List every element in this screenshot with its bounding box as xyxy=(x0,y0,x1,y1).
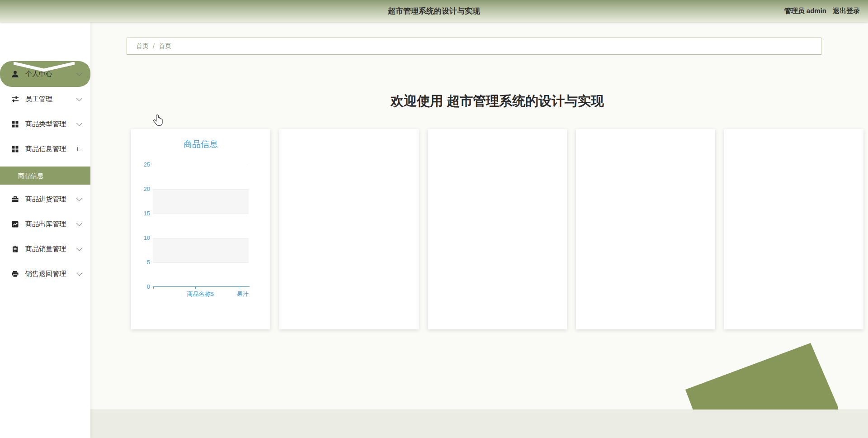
sidebar-item-employee-mgmt[interactable]: 员工管理 xyxy=(0,87,90,112)
sidebar-item-sales-return-mgmt[interactable]: 销售退回管理 xyxy=(0,262,90,286)
chart-card-product-info: 商品信息 2520151050商品名称$果汁 xyxy=(131,129,270,329)
sliders-icon xyxy=(11,95,19,103)
chart-gridline xyxy=(153,165,249,165)
green-decoration-shape xyxy=(683,339,850,412)
grid-icon xyxy=(11,120,19,128)
app-header: 超市管理系统的设计与实现 管理员 admin 退出登录 xyxy=(0,0,868,22)
y-axis-tick-label: 10 xyxy=(132,234,150,241)
sidebar-menu: 个人中心员工管理商品类型管理商品信息管理商品信息商品进货管理商品出库管理商品销量… xyxy=(0,61,90,286)
x-axis-category-label: 果汁 xyxy=(237,290,249,298)
chevron-down-icon xyxy=(76,120,82,126)
sidebar-item-product-type-mgmt[interactable]: 商品类型管理 xyxy=(0,112,90,137)
x-axis-category-label: 商品名称$ xyxy=(187,290,213,298)
printer-icon xyxy=(11,270,19,278)
dashboard-cards-row: 商品信息 2520151050商品名称$果汁 xyxy=(131,129,863,329)
chart-gridline xyxy=(153,238,249,238)
chevron-down-icon xyxy=(76,195,82,201)
briefcase-icon xyxy=(11,195,19,203)
x-axis-tick xyxy=(153,287,154,289)
mouse-cursor-icon xyxy=(153,114,164,128)
chart-gridline xyxy=(153,214,249,214)
y-axis-tick-label: 0 xyxy=(132,283,150,290)
sidebar-item-outbound-mgmt[interactable]: 商品出库管理 xyxy=(0,212,90,237)
sidebar-item-label: 商品信息管理 xyxy=(25,145,77,153)
sidebar-item-label: 商品销量管理 xyxy=(25,245,77,253)
chevron-down-icon xyxy=(76,220,82,226)
breadcrumb-item-0[interactable]: 首页 xyxy=(136,42,149,50)
empty-card xyxy=(279,129,419,329)
user-icon xyxy=(11,70,19,78)
y-axis-tick-label: 25 xyxy=(132,161,150,168)
chart-icon xyxy=(11,220,19,228)
bar-chart-plot-area: 2520151050商品名称$果汁 xyxy=(153,165,249,287)
logout-link[interactable]: 退出登录 xyxy=(833,7,860,15)
chart-split-band xyxy=(153,189,249,214)
empty-card xyxy=(724,129,863,329)
x-axis-tick xyxy=(239,287,239,289)
breadcrumb-separator: / xyxy=(153,43,155,50)
empty-card xyxy=(428,129,567,329)
sidebar-item-label: 商品进货管理 xyxy=(25,195,77,204)
user-role: 管理员 xyxy=(784,7,805,14)
sidebar-item-product-info-mgmt[interactable]: 商品信息管理 xyxy=(0,137,90,162)
y-axis-tick-label: 15 xyxy=(132,210,150,217)
header-user-area: 管理员 admin 退出登录 xyxy=(784,0,860,22)
x-axis-tick xyxy=(195,287,196,289)
sidebar-subitem-product-info[interactable]: 商品信息 xyxy=(0,167,90,185)
sidebar-item-label: 员工管理 xyxy=(25,95,77,104)
chevron-expanded-icon xyxy=(77,147,81,151)
sidebar-item-sales-volume-mgmt[interactable]: 商品销量管理 xyxy=(0,237,90,262)
breadcrumb: 首页/首页 xyxy=(127,38,821,55)
chart-split-band xyxy=(153,238,249,262)
y-axis-tick-label: 5 xyxy=(132,259,150,266)
sidebar-item-profile[interactable]: 个人中心 xyxy=(0,61,90,87)
grid-icon xyxy=(11,145,19,153)
sidebar-item-purchase-mgmt[interactable]: 商品进货管理 xyxy=(0,187,90,212)
sidebar: 个人中心员工管理商品类型管理商品信息管理商品信息商品进货管理商品出库管理商品销量… xyxy=(0,22,90,438)
chevron-down-icon xyxy=(76,270,82,276)
page-title: 欢迎使用 超市管理系统的设计与实现 xyxy=(127,92,868,110)
current-user-label: 管理员 admin xyxy=(784,7,826,15)
sidebar-item-label: 销售退回管理 xyxy=(25,270,77,278)
chevron-down-icon xyxy=(76,70,82,76)
chart-gridline xyxy=(153,262,249,263)
chevron-down-icon xyxy=(76,245,82,251)
empty-card xyxy=(576,129,715,329)
sidebar-item-label: 商品出库管理 xyxy=(25,220,77,229)
chevron-down-icon xyxy=(76,95,82,101)
x-axis-line xyxy=(153,286,250,287)
sidebar-item-label: 个人中心 xyxy=(25,70,77,78)
chart-title: 商品信息 xyxy=(131,138,270,150)
breadcrumb-item-1: 首页 xyxy=(159,42,171,50)
username: admin xyxy=(807,7,826,14)
app-title: 超市管理系统的设计与实现 xyxy=(388,0,480,22)
sidebar-item-label: 商品类型管理 xyxy=(25,120,77,129)
chart-gridline xyxy=(153,189,249,190)
y-axis-tick-label: 20 xyxy=(132,186,150,192)
footer xyxy=(90,409,868,438)
main-content: 首页/首页 欢迎使用 超市管理系统的设计与实现 商品信息 2520151050商… xyxy=(90,22,868,438)
clipboard-icon xyxy=(11,245,19,253)
